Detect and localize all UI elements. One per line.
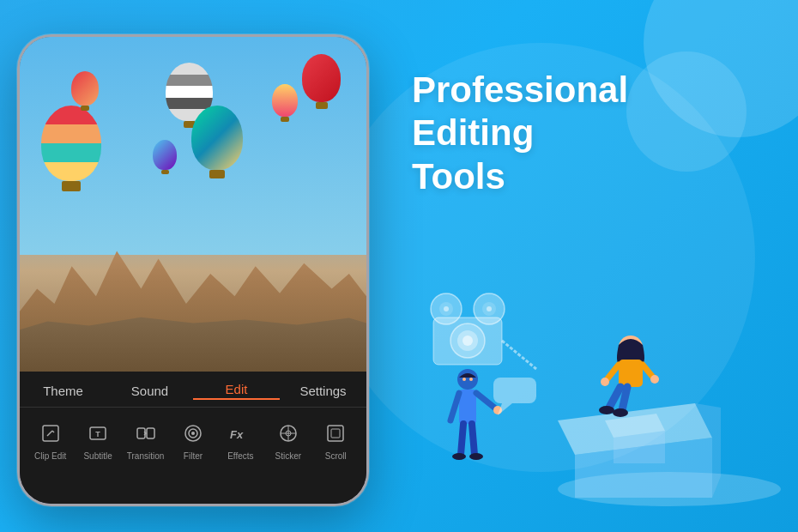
svg-point-50 [601,378,609,386]
balloon-green-yellow [191,106,243,178]
svg-line-36 [461,424,463,455]
person-sitting [599,336,659,417]
svg-point-38 [452,453,466,460]
headline-line1: Professional Editing [412,70,628,153]
illustration [352,266,798,532]
svg-rect-43 [619,360,643,387]
tool-filter[interactable]: Filter [169,420,216,461]
balloon-small-right [272,84,298,122]
video-preview [20,37,366,372]
scroll-icon [322,420,349,447]
effects-label: Effects [227,451,253,461]
tool-transition[interactable]: Transition [122,420,169,461]
balloon-tiny-purple [153,140,177,174]
transition-label: Transition [127,451,165,461]
balloon-large-striped [41,106,101,191]
headline: Professional Editing Tools [412,69,747,198]
svg-point-41 [469,378,473,381]
phone-frame: Theme Sound Edit Settings Clip Ed [17,34,369,506]
svg-marker-53 [498,403,512,415]
svg-point-7 [191,432,195,435]
tab-sound[interactable]: Sound [106,384,193,398]
svg-line-44 [609,387,620,408]
svg-text:Fx: Fx [230,428,244,441]
subtitle-icon: T [84,420,112,447]
svg-text:T: T [95,430,100,438]
tool-clip-edit[interactable]: Clip Edit [27,420,74,461]
balloon-small-red [71,71,99,111]
effects-icon: Fx [227,420,254,447]
svg-point-26 [487,306,492,311]
svg-rect-52 [493,378,536,403]
svg-point-31 [457,369,478,390]
tab-bar: Theme Sound Edit Settings [20,372,366,408]
svg-point-40 [462,378,466,381]
svg-rect-3 [137,428,145,438]
svg-point-47 [613,408,628,417]
phone-mockup: Theme Sound Edit Settings Clip Ed [17,34,378,515]
headline-line2: Tools [412,156,505,196]
tool-effects[interactable]: Fx Effects [217,420,264,461]
filter-label: Filter [184,451,203,461]
toolbar-area: Theme Sound Edit Settings Clip Ed [20,372,366,506]
transition-icon [132,420,160,447]
tab-theme[interactable]: Theme [20,384,106,398]
sticker-icon [275,420,302,447]
svg-line-45 [622,387,627,410]
tools-bar: Clip Edit T Subtitle [20,408,366,468]
svg-point-30 [462,336,473,346]
svg-point-46 [599,406,614,414]
subtitle-label: Subtitle [83,451,112,461]
tool-sticker[interactable]: Sticker [264,420,311,461]
filter-icon [179,420,207,447]
svg-line-37 [472,424,475,455]
balloon-red-right [302,54,341,109]
svg-point-39 [469,453,483,460]
svg-line-33 [450,393,459,420]
svg-point-23 [444,306,449,311]
tab-edit[interactable]: Edit [193,382,280,400]
svg-rect-13 [328,426,343,441]
clip-edit-icon [37,420,64,447]
sticker-label: Sticker [275,451,302,461]
svg-rect-14 [331,429,340,438]
svg-point-51 [650,375,659,384]
scroll-label: Scroll [325,451,347,461]
clip-edit-label: Clip Edit [34,451,66,461]
svg-rect-4 [147,428,154,438]
tool-subtitle[interactable]: T Subtitle [74,420,121,461]
